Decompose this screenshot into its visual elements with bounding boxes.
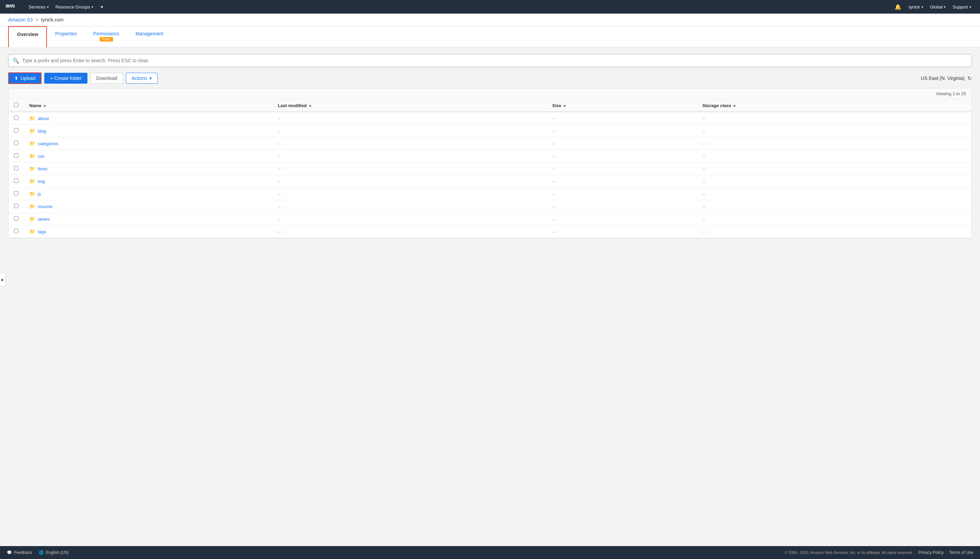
row-storage-class-cell: -- (697, 112, 972, 125)
refresh-icon[interactable]: ↻ (967, 75, 972, 82)
file-link-2[interactable]: 📁 categories (29, 141, 267, 146)
last-modified-sort-icon: ▾ (309, 104, 311, 108)
download-button[interactable]: Download (90, 73, 123, 84)
row-checkbox-2[interactable] (14, 141, 18, 145)
row-name-cell: 📁 img (24, 175, 272, 188)
row-checkbox-cell (8, 200, 24, 213)
row-last-modified-cell: -- (272, 213, 547, 225)
folder-icon: 📁 (29, 128, 35, 134)
user-menu-item[interactable]: tynick ▾ (905, 0, 927, 13)
row-name-cell: 📁 tags (24, 225, 272, 238)
row-checkbox-7[interactable] (14, 204, 18, 208)
table-row: 📁 categories -- -- -- (8, 137, 972, 150)
table-row: 📁 resume -- -- -- (8, 200, 972, 213)
row-storage-class-cell: -- (697, 150, 972, 162)
aws-logo[interactable]: aws ⌢ (5, 3, 18, 11)
row-storage-class-cell: -- (697, 188, 972, 200)
row-name-cell: 📁 series (24, 213, 272, 225)
table-row: 📁 img -- -- -- (8, 175, 972, 188)
file-link-4[interactable]: 📁 fonts (29, 166, 267, 171)
row-checkbox-8[interactable] (14, 216, 18, 221)
region-menu-item[interactable]: Global ▾ (927, 0, 949, 13)
folder-icon: 📁 (29, 116, 35, 121)
permissions-public-badge: Public (100, 37, 113, 41)
last-modified-column-header[interactable]: Last modified ▾ (272, 99, 547, 112)
tab-overview[interactable]: Overview (8, 26, 47, 47)
pin-icon-button[interactable]: ✦ (97, 0, 107, 13)
row-checkbox-5[interactable] (14, 179, 18, 183)
tab-management[interactable]: Management (127, 26, 171, 47)
row-name-cell: 📁 css (24, 150, 272, 162)
storage-class-sort-icon: ▾ (734, 104, 735, 108)
row-last-modified-cell: -- (272, 188, 547, 200)
row-name-cell: 📁 categories (24, 137, 272, 150)
file-link-3[interactable]: 📁 css (29, 153, 267, 159)
row-name-cell: 📁 fonts (24, 162, 272, 175)
file-link-9[interactable]: 📁 tags (29, 229, 267, 234)
row-checkbox-3[interactable] (14, 153, 18, 158)
notifications-bell-icon[interactable]: 🔔 (890, 4, 905, 10)
size-column-header[interactable]: Size ▾ (547, 99, 697, 112)
name-column-header[interactable]: Name ▾ (24, 99, 272, 112)
file-link-0[interactable]: 📁 about (29, 116, 267, 121)
actions-chevron-icon: ▾ (149, 76, 152, 81)
table-row: 📁 js -- -- -- (8, 188, 972, 200)
row-storage-class-cell: -- (697, 125, 972, 137)
top-navigation: aws ⌢ Services ▾ Resource Groups ▾ ✦ 🔔 t… (0, 0, 980, 13)
folder-icon: 📁 (29, 191, 35, 197)
upload-button[interactable]: ⬆ Upload (8, 73, 41, 84)
row-checkbox-9[interactable] (14, 229, 18, 233)
row-name-cell: 📁 resume (24, 200, 272, 213)
privacy-policy-link[interactable]: Privacy Policy (919, 550, 944, 555)
row-storage-class-cell: -- (697, 213, 972, 225)
row-checkbox-1[interactable] (14, 128, 18, 132)
file-link-8[interactable]: 📁 series (29, 216, 267, 222)
file-link-5[interactable]: 📁 img (29, 179, 267, 184)
table-row: 📁 fonts -- -- -- (8, 162, 972, 175)
row-storage-class-cell: -- (697, 162, 972, 175)
tab-properties[interactable]: Properties (47, 26, 85, 47)
breadcrumb: Amazon S3 > tynick.com (0, 13, 980, 26)
language-selector[interactable]: 🌐 English (US) (39, 550, 69, 555)
file-link-7[interactable]: 📁 resume (29, 204, 267, 209)
row-storage-class-cell: -- (697, 225, 972, 238)
storage-class-column-header[interactable]: Storage class ▾ (697, 99, 972, 112)
folder-icon: 📁 (29, 166, 35, 171)
search-container[interactable]: 🔍 (8, 54, 972, 67)
row-size-cell: -- (547, 112, 697, 125)
search-input[interactable] (22, 58, 967, 63)
row-checkbox-4[interactable] (14, 166, 18, 170)
row-checkbox-0[interactable] (14, 116, 18, 120)
row-last-modified-cell: -- (272, 112, 547, 125)
folder-icon: 📁 (29, 141, 35, 146)
actions-button[interactable]: Actions ▾ (126, 73, 158, 84)
region-chevron-icon: ▾ (944, 5, 946, 9)
feedback-button[interactable]: 💬 Feedback (7, 550, 32, 555)
file-link-1[interactable]: 📁 blog (29, 128, 267, 134)
row-checkbox-6[interactable] (14, 191, 18, 195)
create-folder-button[interactable]: + Create folder (44, 73, 88, 84)
support-menu-item[interactable]: Support ▾ (949, 0, 975, 13)
region-info: US East (N. Virginia) ↻ (921, 75, 972, 82)
row-last-modified-cell: -- (272, 150, 547, 162)
breadcrumb-current-page: tynick.com (41, 17, 64, 22)
row-size-cell: -- (547, 188, 697, 200)
tab-permissions[interactable]: Permissions Public (85, 26, 127, 47)
size-sort-icon: ▾ (564, 104, 565, 108)
select-all-checkbox[interactable] (14, 103, 18, 107)
row-size-cell: -- (547, 213, 697, 225)
row-name-cell: 📁 blog (24, 125, 272, 137)
user-chevron-icon: ▾ (922, 5, 923, 9)
services-nav-item[interactable]: Services ▾ (25, 0, 52, 13)
row-name-cell: 📁 js (24, 188, 272, 200)
terms-of-use-link[interactable]: Terms of Use (949, 550, 973, 555)
name-sort-icon: ▾ (44, 104, 46, 108)
sidebar-toggle-button[interactable]: ▶ (0, 273, 5, 286)
row-checkbox-cell (8, 125, 24, 137)
breadcrumb-s3-link[interactable]: Amazon S3 (8, 17, 33, 22)
folder-icon: 📁 (29, 204, 35, 209)
toolbar: ⬆ Upload + Create folder Download Action… (8, 73, 972, 84)
file-link-6[interactable]: 📁 js (29, 191, 267, 197)
resource-groups-nav-item[interactable]: Resource Groups ▾ (52, 0, 97, 13)
row-size-cell: -- (547, 137, 697, 150)
